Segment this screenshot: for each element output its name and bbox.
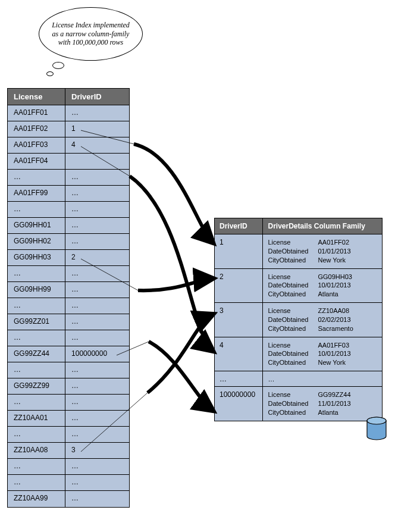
table-header-row: DriverID DriverDetails Column Family xyxy=(215,218,382,234)
svg-point-1 xyxy=(367,417,386,424)
table-row: 1 LicenseAA01FF02 DateObtained01/01/2013… xyxy=(215,234,382,269)
table-row: …… xyxy=(8,362,129,378)
table-row: GG99ZZ44100000000 xyxy=(8,346,129,362)
table-row: AA01FF01… xyxy=(8,105,129,121)
table-row: 100000000 LicenseGG99ZZ44 DateObtained11… xyxy=(215,387,382,421)
table-row: 4 LicenseAA01FF03 DateObtained10/01/2013… xyxy=(215,337,382,372)
table-row: …… xyxy=(8,202,129,218)
table-row: AA01FF99… xyxy=(8,186,129,202)
column-header-driverid: DriverID xyxy=(65,89,129,105)
table-row: GG09HH01… xyxy=(8,218,129,234)
database-icon xyxy=(366,417,387,442)
speech-bubble-tail xyxy=(46,71,54,76)
table-row: GG09HH99… xyxy=(8,282,129,298)
table-row: ZZ10AA01… xyxy=(8,411,129,427)
table-row: …… xyxy=(8,170,129,186)
speech-bubble-text: License Index implemented as a narrow co… xyxy=(50,21,131,46)
table-row: AA01FF04 xyxy=(8,154,129,170)
table-row-ellipsis: … … xyxy=(215,371,382,387)
table-row: ZZ10AA083 xyxy=(8,443,129,459)
column-header-license: License xyxy=(8,89,65,105)
table-row: …… xyxy=(8,459,129,475)
driver-details-table: DriverID DriverDetails Column Family 1 L… xyxy=(214,218,383,421)
table-row: ZZ10AA99… xyxy=(8,491,129,507)
table-row: GG99ZZ01… xyxy=(8,314,129,330)
table-row: …… xyxy=(8,475,129,491)
table-row: 2 LicenseGG09HH03 DateObtained10/01/2013… xyxy=(215,269,382,303)
table-row: 3 LicenseZZ10AA08 DateObtained02/02/2013… xyxy=(215,303,382,337)
table-row: AA01FF021 xyxy=(8,121,129,137)
speech-bubble-tail xyxy=(52,62,64,69)
license-index-table: License DriverID AA01FF01… AA01FF021 AA0… xyxy=(7,88,130,508)
table-row: …… xyxy=(8,330,129,346)
table-row: GG09HH02… xyxy=(8,234,129,250)
table-header-row: License DriverID xyxy=(8,89,129,105)
column-header-driverid: DriverID xyxy=(215,218,263,234)
table-row: GG99ZZ99… xyxy=(8,378,129,395)
speech-bubble: License Index implemented as a narrow co… xyxy=(39,7,143,61)
table-row: …… xyxy=(8,266,129,282)
table-row: …… xyxy=(8,298,129,314)
column-header-driverdetails: DriverDetails Column Family xyxy=(263,218,382,234)
table-row: …… xyxy=(8,395,129,411)
table-row: AA01FF034 xyxy=(8,137,129,154)
table-row: GG09HH032 xyxy=(8,250,129,266)
table-row: …… xyxy=(8,427,129,443)
